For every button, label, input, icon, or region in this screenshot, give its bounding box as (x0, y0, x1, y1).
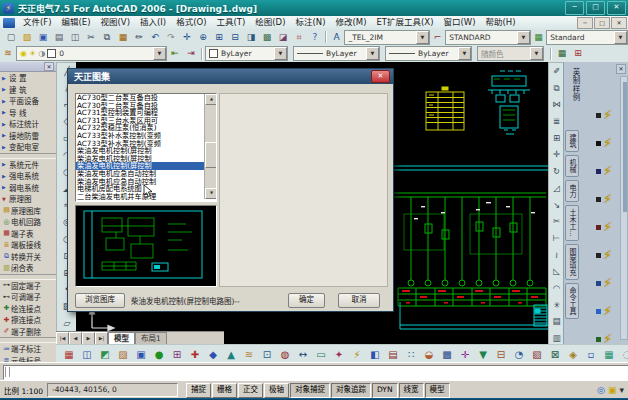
menu-item[interactable]: 窗口(W) (438, 16, 480, 29)
menu-item[interactable]: 修改(M) (330, 16, 371, 29)
status-toggle-button[interactable]: 极轴 (264, 383, 289, 398)
status-toggle-button[interactable]: 栅格 (212, 383, 237, 398)
palette-tab[interactable]: 土木工... (565, 205, 579, 241)
menu-item[interactable]: 标注(N) (290, 16, 330, 29)
mdi-restore-button[interactable]: □ (594, 17, 610, 29)
atlas-list-item[interactable]: 二台柴油发电机并车原理 (76, 193, 204, 201)
command-line-grip-icon[interactable] (5, 367, 10, 377)
telec-tool-icon[interactable]: ● (151, 346, 168, 363)
telec-tool-icon[interactable]: ▭ (313, 346, 330, 363)
palette-tool-icon[interactable]: ⚡ (596, 332, 611, 344)
open-icon[interactable]: ▧ (20, 30, 35, 45)
new-icon[interactable]: ▢ (4, 30, 19, 45)
atlas-list-item[interactable]: AC730型二台泵互备自投 (76, 94, 204, 102)
scroll-up-icon[interactable]: ▲ (205, 94, 217, 105)
table-style-icon[interactable]: ▦ (531, 30, 545, 45)
status-menu-arrow-icon[interactable]: ▾ (619, 385, 624, 395)
telec-tool-icon[interactable]: ◩ (97, 346, 114, 363)
telec-tool-icon[interactable]: ◔ (511, 346, 528, 363)
lineweight-combo[interactable]: ByLayer▼ (385, 46, 472, 61)
plot-icon[interactable]: ▤ (52, 30, 67, 45)
telec-tool-icon[interactable]: ⊡ (259, 346, 276, 363)
telec-tool-icon[interactable]: ∷ (403, 346, 420, 363)
status-toggle-button[interactable]: 模型 (425, 383, 450, 398)
stretch-icon[interactable]: ↘ (549, 197, 564, 214)
palette-scrollbar-thumb[interactable] (623, 82, 627, 212)
palette-item[interactable]: ▶ 导 线 (0, 107, 56, 119)
close-button[interactable]: ✕ (607, 1, 626, 15)
telec-tool-icon[interactable]: ◫ (79, 346, 96, 363)
menu-item[interactable]: 绘图(D) (250, 16, 290, 29)
scale-icon[interactable]: ◿ (549, 180, 564, 197)
insert-symbol-icon[interactable]: ▦ (555, 46, 570, 61)
palette-item[interactable]: ≣ 端板接线 (0, 239, 56, 251)
undo-icon[interactable]: ↶ (148, 30, 163, 45)
telec-tool-icon[interactable]: ▦ (601, 346, 618, 363)
text-style-icon[interactable]: A (329, 30, 343, 45)
scroll-down-icon[interactable]: ▼ (205, 188, 217, 199)
mirror-icon[interactable]: ⋈ (549, 96, 564, 113)
maximize-button[interactable]: □ (586, 1, 605, 15)
palette-tab[interactable]: 电力 (565, 180, 579, 202)
menu-item[interactable]: 插入(I) (135, 16, 171, 29)
zoom-window-icon[interactable]: ⊞ (212, 30, 227, 45)
explode-icon[interactable]: ✳ (549, 297, 564, 314)
atlas-list-item[interactable]: 柴油发电机控制(屏控制 (76, 162, 204, 170)
zoom-previous-icon[interactable]: ⊟ (228, 30, 243, 45)
palette-tool-icon[interactable]: ⚡ (596, 192, 611, 206)
telec-tool-icon[interactable]: ◒ (421, 346, 438, 363)
telec-tool-icon[interactable]: ✚ (187, 346, 204, 363)
palette-tool-icon[interactable]: ⚡ (596, 248, 611, 262)
menu-item[interactable]: 视图(V) (96, 16, 135, 29)
telec-tool-icon[interactable]: ✛ (457, 346, 474, 363)
menu-item[interactable]: 文件(F) (18, 16, 57, 29)
atlas-list-item[interactable]: 电梯机房配电系统图 (76, 185, 204, 193)
erase-icon[interactable]: ✐ (549, 63, 564, 80)
offset-icon[interactable]: ≣ (549, 113, 564, 130)
telec-tool-icon[interactable]: ▨ (115, 346, 132, 363)
region-icon[interactable]: ▱ (59, 315, 76, 332)
telec-tool-icon[interactable]: ▦ (61, 346, 78, 363)
ok-button[interactable]: 确定 (288, 293, 325, 308)
palette-item[interactable]: ▶ 系统元件 (0, 159, 56, 171)
palette-item[interactable]: ▶ 标注统计 (0, 118, 56, 130)
linetype-combo[interactable]: ByLayer▼ (293, 46, 380, 61)
chamfer-icon[interactable]: ◺ (549, 263, 564, 280)
palette-item[interactable]: ⧉ 转换开关 (0, 251, 56, 263)
communication-center-icon[interactable]: ◎ (597, 385, 605, 395)
palette-item[interactable]: ▦ 端子表 (0, 228, 56, 240)
palette-item[interactable]: ▶ 平面设备 (0, 95, 56, 107)
telec-tool-icon[interactable]: ⊞ (169, 346, 186, 363)
atlas-list-item[interactable]: 柴油发电机应急自动控制 (76, 170, 204, 178)
telec-tool-icon[interactable]: ▼ (475, 346, 492, 363)
dim-style-combo[interactable]: STANDARD▼ (445, 30, 531, 45)
toolbar-lock-icon[interactable]: ▣ (608, 385, 617, 395)
layer-manager-icon[interactable]: ≋ (1, 46, 16, 61)
telec-tool-icon[interactable]: ▫ (583, 346, 600, 363)
break-icon[interactable]: ≀ (549, 247, 564, 264)
cut-icon[interactable]: ✂ (84, 30, 99, 45)
palette-item[interactable]: ▶ 建 筑 (0, 84, 56, 96)
designcenter-icon[interactable]: ▩ (260, 30, 275, 45)
zoom-realtime-icon[interactable]: ⊕ (196, 30, 211, 45)
dim-style-icon[interactable]: ⌐ (430, 30, 444, 45)
telec-tool-icon[interactable]: ⚡ (349, 346, 366, 363)
palette-item[interactable]: ▶ 设 置 (0, 72, 56, 84)
text-style-combo[interactable]: _TEL_2IM▼ (344, 30, 430, 45)
menu-item[interactable]: ET扩展工具(X) (371, 16, 438, 29)
palette-item[interactable]: ▥ 闭合表 (0, 262, 56, 274)
match-properties-icon[interactable]: ✏ (132, 30, 147, 45)
atlas-list-item[interactable]: AC733型补水泵控制(变频 (76, 132, 204, 140)
menu-item[interactable]: 工具(T) (211, 16, 250, 29)
save-icon[interactable]: ▣ (36, 30, 51, 45)
fillet-icon[interactable]: ◠ (549, 280, 564, 297)
properties-icon[interactable]: ◨ (244, 30, 259, 45)
atlas-list-item[interactable]: AC732型稳压泵(恒消泵) (76, 124, 204, 132)
telec-tool-icon[interactable]: ◌ (619, 346, 628, 363)
telec-tool-icon[interactable]: ◈ (565, 346, 582, 363)
telec-tool-icon[interactable]: ✦ (331, 346, 348, 363)
palette-tool-icon[interactable]: ⚡ (596, 304, 611, 318)
telec-tool-icon[interactable]: ◧ (367, 346, 384, 363)
status-toggle-button[interactable]: 捕捉 (186, 383, 211, 398)
layer-previous-icon[interactable]: ⇤ (168, 46, 183, 61)
